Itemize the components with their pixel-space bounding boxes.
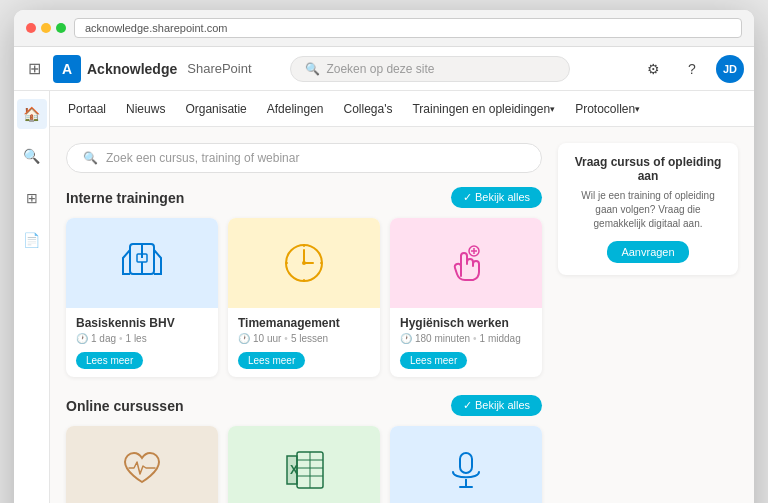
subnav-protocollen[interactable]: Protocollen (573, 91, 642, 127)
excel-icon: X (277, 444, 331, 498)
maximize-button[interactable] (56, 23, 66, 33)
card-hygienisch-title: Hygiënisch werken (400, 316, 532, 330)
global-search[interactable]: 🔍 Zoeken op deze site (290, 56, 570, 82)
sidebar: 🏠 🔍 ⊞ 📄 (14, 91, 50, 503)
address-bar[interactable]: acknowledge.sharepoint.com (74, 18, 742, 38)
content-area: Portaal Nieuws Organisatie Afdelingen Co… (50, 91, 754, 503)
card-presenteren-image (390, 426, 542, 503)
sidebar-home-icon[interactable]: 🏠 (17, 99, 47, 129)
logo-area: A Acknowledge SharePoint (53, 55, 252, 83)
side-panel-text: Wil je een training of opleiding gaan vo… (570, 189, 726, 231)
card-bhv-image (66, 218, 218, 308)
clock-icon-small2: 🕐 (238, 333, 250, 344)
card-bhv-title: Basiskennis BHV (76, 316, 208, 330)
card-bhv-lees-meer[interactable]: Lees meer (76, 352, 143, 369)
subnav-nieuws[interactable]: Nieuws (124, 91, 167, 127)
online-bekijk-button[interactable]: ✓ Bekijk alles (451, 395, 542, 416)
svg-point-7 (302, 261, 306, 265)
sub-nav: Portaal Nieuws Organisatie Afdelingen Co… (50, 91, 754, 127)
avatar[interactable]: JD (716, 55, 744, 83)
card-presenteren: Presenteren 🕐 30 minuten • 1 video (390, 426, 542, 503)
page-search[interactable]: 🔍 Zoek een cursus, training of webinar (66, 143, 542, 173)
site-name: SharePoint (187, 61, 251, 76)
internal-section-header: Interne trainingen ✓ Bekijk alles (66, 187, 542, 208)
page-search-icon: 🔍 (83, 151, 98, 165)
grid-icon[interactable]: ⊞ (24, 55, 45, 82)
clock-icon (277, 236, 331, 290)
card-bhv-body: Basiskennis BHV 🕐 1 dag • 1 les Lees mee… (66, 308, 218, 377)
card-vitaliteit-image (66, 426, 218, 503)
heart-pulse-icon (115, 444, 169, 498)
hand-icon (439, 236, 493, 290)
close-button[interactable] (26, 23, 36, 33)
app-name: Acknowledge (87, 61, 177, 77)
page-search-placeholder: Zoek een cursus, training of webinar (106, 151, 299, 165)
card-hygienisch-meta: 🕐 180 minuten • 1 middag (400, 333, 532, 344)
search-icon: 🔍 (305, 62, 320, 76)
sp-topnav: ⊞ A Acknowledge SharePoint 🔍 Zoeken op d… (14, 47, 754, 91)
internal-section-title: Interne trainingen (66, 190, 184, 206)
card-hygienisch: Hygiënisch werken 🕐 180 minuten • 1 midd… (390, 218, 542, 377)
minimize-button[interactable] (41, 23, 51, 33)
page-content: 🔍 Zoek een cursus, training of webinar I… (50, 127, 754, 503)
svg-rect-21 (460, 453, 472, 473)
card-excel-image: X (228, 426, 380, 503)
card-bhv-meta: 🕐 1 dag • 1 les (76, 333, 208, 344)
online-cards-grid: Vitaliteit 🕐 45 min • 1 video (66, 426, 542, 503)
card-bhv: Basiskennis BHV 🕐 1 dag • 1 les Lees mee… (66, 218, 218, 377)
side-panel: Vraag cursus of opleiding aan Wil je een… (558, 143, 738, 275)
browser-window: acknowledge.sharepoint.com ⊞ A Acknowled… (14, 10, 754, 503)
browser-topbar: acknowledge.sharepoint.com (14, 10, 754, 47)
main-column: 🔍 Zoek een cursus, training of webinar I… (66, 143, 542, 503)
internal-bekijk-button[interactable]: ✓ Bekijk alles (451, 187, 542, 208)
side-column: Vraag cursus of opleiding aan Wil je een… (558, 143, 738, 503)
card-time-body: Timemanagement 🕐 10 uur • 5 lessen Lees … (228, 308, 380, 377)
side-panel-title: Vraag cursus of opleiding aan (570, 155, 726, 183)
subnav-trainingen[interactable]: Trainingen en opleidingen (410, 91, 557, 127)
clock-icon-small: 🕐 (76, 333, 88, 344)
card-time-lees-meer[interactable]: Lees meer (238, 352, 305, 369)
card-hygienisch-lees-meer[interactable]: Lees meer (400, 352, 467, 369)
subnav-portaal[interactable]: Portaal (66, 91, 108, 127)
aanvragen-button[interactable]: Aanvragen (607, 241, 688, 263)
microphone-icon (439, 444, 493, 498)
app-logo: A (53, 55, 81, 83)
traffic-lights (26, 23, 66, 33)
subnav-collegas[interactable]: Collega's (341, 91, 394, 127)
svg-text:X: X (290, 463, 298, 477)
sidebar-search-icon[interactable]: 🔍 (17, 141, 47, 171)
sidebar-apps-icon[interactable]: ⊞ (17, 183, 47, 213)
clock-icon-small3: 🕐 (400, 333, 412, 344)
card-hygienisch-image (390, 218, 542, 308)
card-timemanagement: Timemanagement 🕐 10 uur • 5 lessen Lees … (228, 218, 380, 377)
card-time-image (228, 218, 380, 308)
settings-icon[interactable]: ⚙ (640, 55, 668, 83)
card-hygienisch-body: Hygiënisch werken 🕐 180 minuten • 1 midd… (390, 308, 542, 377)
sidebar-file-icon[interactable]: 📄 (17, 225, 47, 255)
main-layout: 🏠 🔍 ⊞ 📄 Portaal Nieuws Organisatie Afdel… (14, 91, 754, 503)
subnav-afdelingen[interactable]: Afdelingen (265, 91, 326, 127)
search-placeholder: Zoeken op deze site (326, 62, 434, 76)
card-time-meta: 🕐 10 uur • 5 lessen (238, 333, 370, 344)
card-time-title: Timemanagement (238, 316, 370, 330)
vest-icon (115, 236, 169, 290)
help-icon[interactable]: ? (678, 55, 706, 83)
online-section-header: Online cursussen ✓ Bekijk alles (66, 395, 542, 416)
card-excel: X Excel voor gevorderden 🕐 45 min • 3 vi… (228, 426, 380, 503)
internal-cards-grid: Basiskennis BHV 🕐 1 dag • 1 les Lees mee… (66, 218, 542, 377)
online-section-title: Online cursussen (66, 398, 183, 414)
subnav-organisatie[interactable]: Organisatie (183, 91, 248, 127)
card-vitaliteit: Vitaliteit 🕐 45 min • 1 video (66, 426, 218, 503)
topnav-icons: ⚙ ? JD (640, 55, 744, 83)
